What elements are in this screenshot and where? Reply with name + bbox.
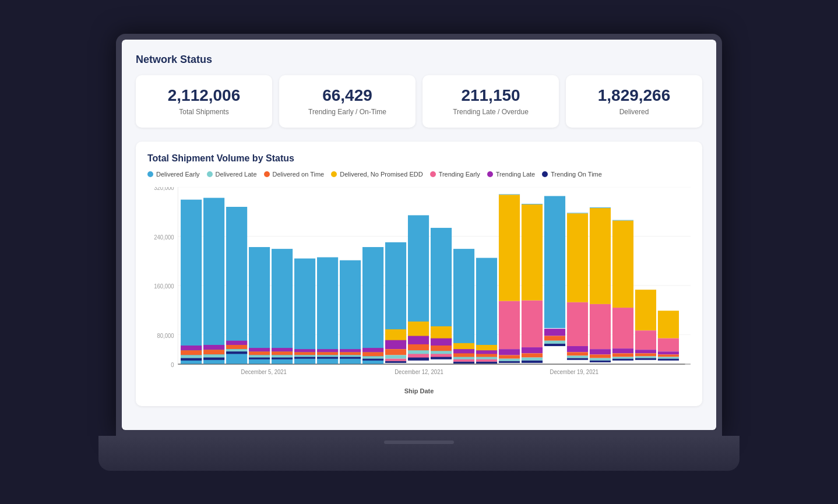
svg-rect-44 <box>317 355 338 357</box>
svg-rect-26 <box>249 247 270 364</box>
x-axis-title: Ship Date <box>147 387 691 394</box>
svg-rect-50 <box>340 357 361 359</box>
svg-rect-127 <box>612 221 633 308</box>
kpi-label: Delivered <box>575 108 693 116</box>
network-status-title: Network Status <box>136 54 702 66</box>
svg-text:160,000: 160,000 <box>154 283 174 290</box>
svg-rect-112 <box>567 213 588 214</box>
svg-rect-63 <box>408 216 429 334</box>
svg-rect-61 <box>385 359 406 361</box>
svg-rect-91 <box>499 195 520 195</box>
kpi-grid: 2,112,006 Total Shipments 66,429 Trendin… <box>136 75 702 128</box>
legend-label: Trending On Time <box>551 171 602 178</box>
svg-rect-51 <box>362 247 383 364</box>
svg-rect-126 <box>612 220 633 221</box>
svg-rect-56 <box>385 242 406 344</box>
svg-rect-132 <box>612 359 633 361</box>
svg-rect-59 <box>385 349 406 355</box>
svg-rect-64 <box>408 322 429 339</box>
legend-item: Trending Late <box>487 171 535 178</box>
kpi-label: Total Shipments <box>145 108 263 116</box>
svg-rect-144 <box>658 355 679 357</box>
svg-rect-54 <box>362 357 383 359</box>
svg-rect-11 <box>181 200 202 364</box>
svg-rect-20 <box>203 358 224 360</box>
svg-rect-136 <box>635 350 656 354</box>
svg-rect-55 <box>362 359 383 361</box>
svg-text:320,000: 320,000 <box>154 187 174 191</box>
svg-rect-38 <box>294 353 315 355</box>
svg-rect-98 <box>522 204 543 205</box>
laptop-frame: Network Status 2,112,006 Total Shipments… <box>98 34 740 471</box>
legend-label: Delivered Late <box>216 171 257 178</box>
legend-item: Trending On Time <box>542 171 602 178</box>
legend-item: Trending Early <box>430 171 480 178</box>
legend-dot <box>264 171 270 177</box>
kpi-card: 66,429 Trending Early / On-Time <box>279 75 416 128</box>
svg-rect-119 <box>590 207 611 208</box>
svg-rect-84 <box>476 258 497 354</box>
svg-rect-12 <box>181 346 202 350</box>
svg-rect-124 <box>590 358 611 361</box>
svg-rect-40 <box>294 357 315 359</box>
svg-rect-34 <box>272 355 293 358</box>
kpi-card: 1,829,266 Delivered <box>566 75 702 128</box>
svg-rect-104 <box>522 361 543 363</box>
svg-rect-130 <box>612 354 633 357</box>
chart-area: 320,000 240,000 160,000 80,000 0 <box>147 187 691 385</box>
svg-rect-49 <box>340 355 361 357</box>
screen-bezel: Network Status 2,112,006 Total Shipments… <box>116 34 722 436</box>
svg-rect-95 <box>499 355 520 359</box>
chart-title: Total Shipment Volume by Status <box>147 153 691 164</box>
svg-rect-118 <box>567 358 588 360</box>
svg-rect-117 <box>567 356 588 358</box>
svg-rect-105 <box>544 196 565 329</box>
svg-rect-111 <box>544 344 565 346</box>
svg-rect-19 <box>203 355 224 358</box>
chart-section: Total Shipment Volume by Status Delivere… <box>136 142 702 406</box>
svg-rect-70 <box>431 228 452 342</box>
svg-rect-47 <box>340 349 361 352</box>
legend-dot <box>430 171 436 177</box>
svg-rect-46 <box>340 260 361 364</box>
svg-text:December 5, 2021: December 5, 2021 <box>241 369 287 375</box>
legend-dot <box>331 171 337 177</box>
svg-rect-32 <box>272 348 293 351</box>
svg-rect-76 <box>431 357 452 360</box>
svg-rect-18 <box>203 350 224 355</box>
svg-rect-142 <box>658 339 679 352</box>
svg-text:240,000: 240,000 <box>154 234 174 241</box>
svg-text:December 19, 2021: December 19, 2021 <box>550 369 599 375</box>
svg-rect-102 <box>522 354 543 358</box>
svg-rect-134 <box>635 290 656 330</box>
svg-rect-93 <box>499 301 520 349</box>
svg-text:December 12, 2021: December 12, 2021 <box>395 369 443 375</box>
svg-rect-131 <box>612 357 633 359</box>
legend-dot <box>487 171 493 177</box>
svg-rect-107 <box>544 329 565 336</box>
svg-rect-115 <box>567 346 588 352</box>
svg-rect-14 <box>181 355 202 358</box>
svg-rect-15 <box>181 358 202 361</box>
svg-rect-83 <box>453 362 474 364</box>
svg-rect-17 <box>203 345 224 350</box>
svg-rect-138 <box>635 357 656 358</box>
legend-item: Delivered Late <box>207 171 257 178</box>
laptop-base <box>98 436 740 471</box>
legend-label: Delivered, No Promised EDD <box>340 171 422 178</box>
svg-rect-33 <box>272 352 293 355</box>
svg-rect-69 <box>408 358 429 361</box>
svg-rect-113 <box>567 214 588 302</box>
svg-rect-24 <box>226 349 247 351</box>
svg-rect-100 <box>522 301 543 347</box>
svg-rect-143 <box>658 352 679 355</box>
kpi-number: 2,112,006 <box>145 87 263 105</box>
legend-dot <box>207 171 213 177</box>
legend-label: Delivered on Time <box>273 171 325 178</box>
svg-rect-58 <box>385 340 406 349</box>
legend-item: Delivered Early <box>147 171 200 178</box>
svg-rect-114 <box>567 302 588 346</box>
svg-rect-39 <box>294 355 315 357</box>
svg-rect-23 <box>226 345 247 349</box>
svg-rect-29 <box>249 355 270 358</box>
